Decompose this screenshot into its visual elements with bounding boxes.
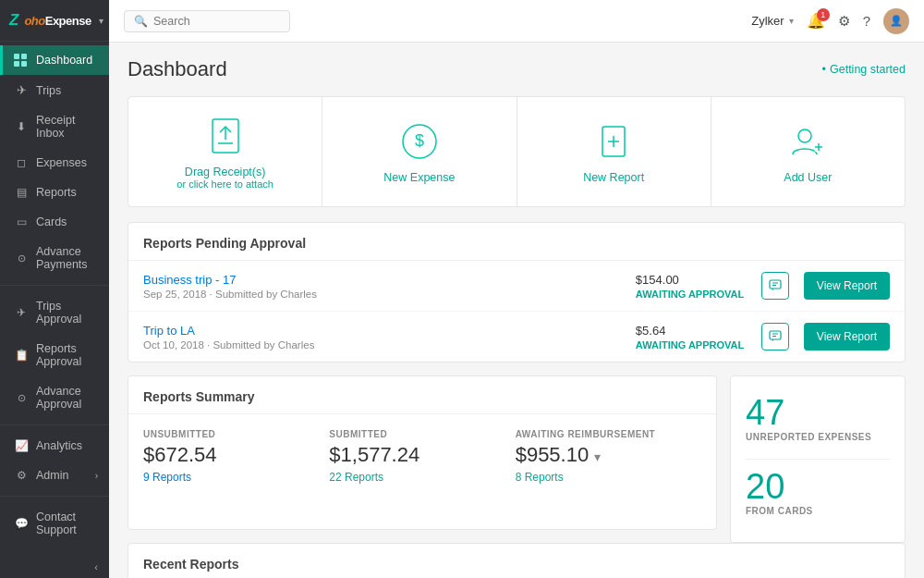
sidebar-analytics-label: Analytics xyxy=(36,439,82,452)
logo-icon: Z xyxy=(9,11,18,30)
approval-amount-1: $154.00 AWAITING APPROVAL xyxy=(636,273,747,300)
content-area: Dashboard • Getting started Drag Receip xyxy=(109,43,924,578)
search-input[interactable] xyxy=(153,15,274,28)
sidebar-contact-support-label: Contact Support xyxy=(36,510,98,536)
reports-summary-card: Reports Summary UNSUBMITTED $672.54 9 Re… xyxy=(128,375,717,530)
action-cards-row: Drag Receipt(s) or click here to attach … xyxy=(128,96,906,207)
add-user-label: Add User xyxy=(784,171,832,184)
reports-pending-section: Reports Pending Approval Business trip -… xyxy=(128,222,906,363)
collapse-icon: ‹ xyxy=(94,561,98,572)
sidebar-nav: Dashboard ✈ Trips ⬇ Receipt Inbox ◻ Expe… xyxy=(0,42,109,556)
getting-started-bullet: • xyxy=(822,63,826,76)
view-report-button-2[interactable]: View Report xyxy=(804,323,890,350)
approval-name-2[interactable]: Trip to LA xyxy=(143,324,621,338)
reports-summary-title: Reports Summary xyxy=(128,376,716,414)
recent-reports-section: Recent Reports xyxy=(128,543,906,578)
cards-icon: ▭ xyxy=(14,215,29,228)
side-divider xyxy=(746,459,890,460)
unreported-expenses-label: UNREPORTED EXPENSES xyxy=(746,432,890,442)
sidebar-admin-label: Admin xyxy=(36,469,68,482)
topbar-right: Zylker ▾ 🔔 1 ⚙ ? 👤 xyxy=(751,8,909,34)
search-box[interactable]: 🔍 xyxy=(124,10,290,32)
svg-point-12 xyxy=(798,129,811,142)
trips-icon: ✈ xyxy=(14,83,29,97)
new-expense-icon: $ xyxy=(397,119,442,164)
approval-info-1: Business trip - 17 Sep 25, 2018 · Submit… xyxy=(143,273,621,300)
submitted-metric: SUBMITTED $1,577.24 22 Reports xyxy=(329,429,515,484)
approval-comment-icon-1[interactable] xyxy=(761,272,789,300)
sidebar-dashboard-label: Dashboard xyxy=(36,54,92,67)
new-report-card[interactable]: New Report xyxy=(517,97,711,206)
approval-comment-icon-2[interactable] xyxy=(761,323,789,350)
sidebar-item-receipt-inbox[interactable]: ⬇ Receipt Inbox xyxy=(0,105,109,148)
topbar: 🔍 Zylker ▾ 🔔 1 ⚙ ? 👤 xyxy=(109,0,924,43)
admin-arrow-icon: › xyxy=(95,471,98,481)
sidebar-collapse-button[interactable]: ‹ xyxy=(0,556,109,578)
page-header: Dashboard • Getting started xyxy=(128,57,906,81)
sidebar-divider-1 xyxy=(0,285,109,286)
approval-meta-2: Oct 10, 2018 · Submitted by Charles xyxy=(143,339,621,350)
summary-grid: Reports Summary UNSUBMITTED $672.54 9 Re… xyxy=(128,375,906,543)
reports-pending-title: Reports Pending Approval xyxy=(128,223,905,261)
sidebar-item-trips-approval[interactable]: ✈ Trips Approval xyxy=(0,291,109,334)
page-title: Dashboard xyxy=(128,57,227,81)
avatar[interactable]: 👤 xyxy=(883,8,909,34)
add-user-card[interactable]: Add User xyxy=(711,97,905,206)
sidebar-item-advance-payments[interactable]: ⊙ Advance Payments xyxy=(0,237,109,279)
main-area: 🔍 Zylker ▾ 🔔 1 ⚙ ? 👤 Dashboard • xyxy=(109,0,924,578)
new-expense-card[interactable]: $ New Expense xyxy=(322,97,517,206)
add-user-icon xyxy=(785,119,830,164)
sidebar-item-expenses[interactable]: ◻ Expenses xyxy=(0,148,109,178)
getting-started-label: Getting started xyxy=(830,63,906,76)
svg-rect-0 xyxy=(14,54,19,59)
sidebar-item-trips[interactable]: ✈ Trips xyxy=(0,75,109,105)
approval-info-2: Trip to LA Oct 10, 2018 · Submitted by C… xyxy=(143,324,621,350)
new-expense-label: New Expense xyxy=(383,171,455,184)
drag-receipt-label: Drag Receipt(s) xyxy=(185,166,266,178)
view-report-button-1[interactable]: View Report xyxy=(804,272,890,300)
svg-text:$: $ xyxy=(415,131,424,150)
app-logo[interactable]: Z ohoExpense ▾ xyxy=(0,0,109,42)
from-cards-label: FROM CARDS xyxy=(746,506,890,516)
submitted-link[interactable]: 22 Reports xyxy=(329,471,500,484)
admin-icon: ⚙ xyxy=(14,469,29,482)
topbar-user[interactable]: Zylker ▾ xyxy=(751,14,793,28)
sidebar-item-dashboard[interactable]: Dashboard xyxy=(0,45,109,75)
drag-receipt-sublabel: or click here to attach xyxy=(176,178,274,190)
notification-bell[interactable]: 🔔 1 xyxy=(807,12,825,30)
sidebar-reports-approval-label: Reports Approval xyxy=(36,342,98,368)
svg-rect-1 xyxy=(21,54,27,59)
drag-receipt-card[interactable]: Drag Receipt(s) or click here to attach xyxy=(128,97,322,206)
settings-icon[interactable]: ⚙ xyxy=(838,13,850,30)
svg-rect-19 xyxy=(770,331,781,339)
sidebar-reports-label: Reports xyxy=(36,186,77,199)
unreported-expenses-number: 47 xyxy=(746,395,890,430)
unsubmitted-label: UNSUBMITTED xyxy=(143,429,314,439)
awaiting-reimbursement-link[interactable]: 8 Reports xyxy=(516,471,687,484)
sidebar-divider-2 xyxy=(0,424,109,425)
submitted-value: $1,577.24 xyxy=(329,443,500,467)
expenses-icon: ◻ xyxy=(14,156,29,169)
svg-rect-3 xyxy=(21,61,27,67)
sidebar-item-reports[interactable]: ▤ Reports xyxy=(0,178,109,207)
submitted-label: SUBMITTED xyxy=(329,429,500,439)
unsubmitted-metric: UNSUBMITTED $672.54 9 Reports xyxy=(143,429,329,484)
sidebar-trips-label: Trips xyxy=(36,84,61,97)
unsubmitted-link[interactable]: 9 Reports xyxy=(143,471,314,484)
sidebar-item-advance-approval[interactable]: ⊙ Advance Approval xyxy=(0,376,109,419)
sidebar-item-analytics[interactable]: 📈 Analytics xyxy=(0,431,109,461)
approval-amount-value-2: $5.64 xyxy=(636,324,747,338)
approval-name-1[interactable]: Business trip - 17 xyxy=(143,273,621,287)
drag-receipt-icon xyxy=(203,114,248,158)
sidebar-item-admin[interactable]: ⚙ Admin › xyxy=(0,461,109,490)
awaiting-reimbursement-value: $955.10 ▾ xyxy=(516,443,687,467)
sidebar-item-cards[interactable]: ▭ Cards xyxy=(0,207,109,237)
contact-support-icon: 💬 xyxy=(14,517,29,530)
awaiting-reimbursement-label: AWAITING REIMBURSEMENT xyxy=(516,429,687,439)
sidebar-item-contact-support[interactable]: 💬 Contact Support xyxy=(0,502,109,545)
sidebar-divider-3 xyxy=(0,496,109,497)
help-icon[interactable]: ? xyxy=(863,13,870,29)
getting-started-link[interactable]: • Getting started xyxy=(822,63,906,76)
trips-approval-icon: ✈ xyxy=(14,306,29,319)
sidebar-item-reports-approval[interactable]: 📋 Reports Approval xyxy=(0,334,109,376)
